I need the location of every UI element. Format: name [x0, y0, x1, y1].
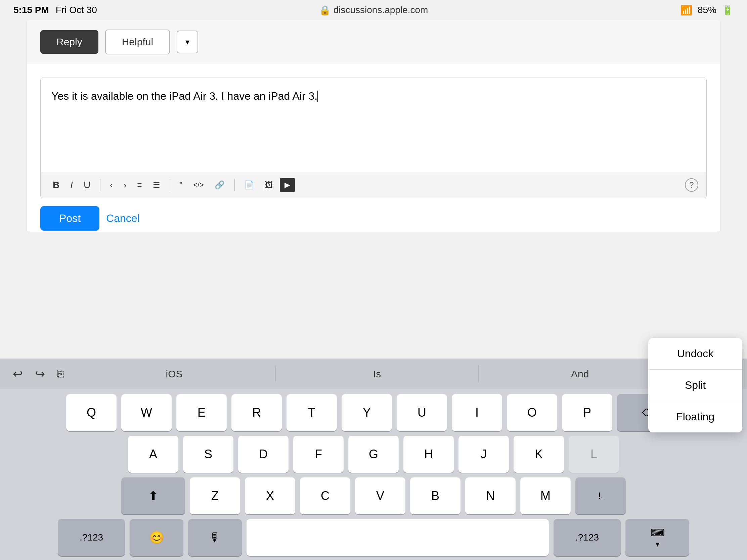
dropdown-button[interactable]: ▾: [177, 31, 198, 53]
numbers-key-2[interactable]: .?123: [553, 519, 621, 556]
key-row-1: Q W E R T Y U I O P ⌫: [4, 394, 743, 431]
key-a[interactable]: A: [128, 436, 178, 473]
key-o[interactable]: O: [507, 394, 557, 431]
autocomplete-bar: iOS Is And: [73, 366, 681, 382]
key-r[interactable]: R: [231, 394, 282, 431]
undo-button[interactable]: ↩: [10, 364, 26, 384]
punctuation-key[interactable]: !,: [575, 477, 626, 514]
browser-content: Reply Helpful ▾ Yes it is available on t…: [27, 20, 720, 232]
key-v[interactable]: V: [355, 477, 405, 514]
popup-floating[interactable]: Floating: [648, 401, 742, 432]
link-button[interactable]: 🔗: [211, 178, 229, 192]
outdent-button[interactable]: ‹: [106, 177, 117, 193]
key-n[interactable]: N: [465, 477, 516, 514]
doc-button[interactable]: 📄: [240, 178, 258, 192]
autocomplete-word-1[interactable]: iOS: [73, 366, 276, 382]
autocomplete-word-2[interactable]: Is: [276, 366, 478, 382]
editor-container: Yes it is available on the iPad Air 3. I…: [40, 78, 707, 198]
key-y[interactable]: Y: [342, 394, 392, 431]
post-row: Post Cancel: [40, 206, 707, 231]
underline-button[interactable]: U: [80, 177, 94, 193]
image-button[interactable]: 🖼: [261, 178, 277, 192]
keyboard-dismiss-key[interactable]: ⌨ ▾: [625, 519, 689, 556]
shift-icon: ⬆: [148, 489, 158, 503]
key-e[interactable]: E: [176, 394, 227, 431]
status-time: 5:15 PM: [14, 5, 49, 16]
key-h[interactable]: H: [404, 436, 454, 473]
keyboard-rows: Q W E R T Y U I O P ⌫ A S D F G H J K L: [0, 389, 747, 560]
key-w[interactable]: W: [121, 394, 172, 431]
toolbar-separator-2: [170, 179, 170, 191]
cancel-button[interactable]: Cancel: [106, 212, 140, 224]
key-s[interactable]: S: [183, 436, 233, 473]
keyboard-popup-menu: Undock Split Floating: [648, 338, 742, 432]
key-z[interactable]: Z: [190, 477, 240, 514]
post-button[interactable]: Post: [40, 206, 99, 231]
key-x[interactable]: X: [245, 477, 295, 514]
popup-split[interactable]: Split: [648, 370, 742, 401]
wifi-icon: 📶: [680, 5, 692, 16]
lock-icon: 🔒: [319, 5, 331, 16]
status-url: 🔒 discussions.apple.com: [319, 5, 428, 16]
text-cursor: [317, 91, 318, 102]
key-m[interactable]: M: [520, 477, 571, 514]
editor-content: Yes it is available on the iPad Air 3. I…: [51, 90, 317, 102]
shift-key[interactable]: ⬆: [121, 477, 185, 514]
key-l[interactable]: L: [569, 436, 619, 473]
key-b[interactable]: B: [410, 477, 461, 514]
action-row: Reply Helpful ▾: [27, 20, 720, 64]
ordered-list-button[interactable]: ≡: [133, 178, 146, 192]
key-p[interactable]: P: [562, 394, 612, 431]
key-row-4: .?123 😊 🎙 .?123 ⌨ ▾: [4, 519, 743, 556]
unordered-list-button[interactable]: ☰: [149, 178, 164, 192]
status-icons: 📶 85% 🔋: [680, 5, 733, 16]
play-button[interactable]: ▶: [280, 178, 295, 192]
key-d[interactable]: D: [238, 436, 288, 473]
bold-button[interactable]: B: [49, 177, 63, 193]
popup-undock[interactable]: Undock: [648, 338, 742, 370]
status-date: Fri Oct 30: [56, 5, 97, 16]
toolbar-separator-1: [100, 179, 100, 191]
editor-toolbar: B I U ‹ › ≡ ☰ " </> 🔗 📄 🖼 ▶ ?: [41, 172, 706, 198]
key-t[interactable]: T: [286, 394, 337, 431]
key-q[interactable]: Q: [66, 394, 117, 431]
keyboard-toolbar: ↩ ↪ ⎘ iOS Is And B I U ⌃ ⌄: [0, 358, 747, 389]
key-u[interactable]: U: [397, 394, 447, 431]
indent-button[interactable]: ›: [120, 177, 131, 193]
helpful-button[interactable]: Helpful: [105, 30, 170, 54]
editor-body[interactable]: Yes it is available on the iPad Air 3. I…: [41, 78, 706, 172]
numbers-key[interactable]: .?123: [58, 519, 125, 556]
dismiss-arrow: ▾: [655, 540, 659, 549]
key-row-2: A S D F G H J K L: [4, 436, 743, 473]
space-key[interactable]: [247, 519, 549, 556]
chevron-down-icon: ▾: [185, 37, 189, 47]
battery-percent: 85%: [698, 5, 716, 16]
key-g[interactable]: G: [348, 436, 399, 473]
mic-key[interactable]: 🎙: [188, 519, 242, 556]
key-i[interactable]: I: [452, 394, 502, 431]
clipboard-icon: ⎘: [57, 368, 63, 380]
help-button[interactable]: ?: [685, 178, 698, 192]
emoji-key[interactable]: 😊: [130, 519, 183, 556]
mic-icon: 🎙: [209, 530, 221, 544]
toolbar-separator-3: [234, 179, 235, 191]
key-k[interactable]: K: [514, 436, 564, 473]
key-row-3: ⬆ Z X C V B N M !,: [4, 477, 743, 514]
emoji-icon: 😊: [149, 530, 164, 544]
key-j[interactable]: J: [459, 436, 509, 473]
keyboard-container: ↩ ↪ ⎘ iOS Is And B I U ⌃ ⌄ Q W E R T Y U: [0, 358, 747, 560]
battery-icon: 🔋: [722, 5, 733, 16]
blockquote-button[interactable]: ": [176, 178, 187, 192]
italic-button[interactable]: I: [66, 177, 77, 193]
redo-button[interactable]: ↪: [32, 364, 48, 384]
code-button[interactable]: </>: [189, 178, 208, 192]
key-c[interactable]: C: [300, 477, 350, 514]
reply-button[interactable]: Reply: [40, 30, 98, 54]
paste-button[interactable]: ⎘: [54, 365, 66, 383]
status-bar: 5:15 PM Fri Oct 30 🔒 discussions.apple.c…: [0, 0, 747, 20]
keyboard-icon: ⌨: [650, 527, 665, 538]
key-f[interactable]: F: [293, 436, 343, 473]
